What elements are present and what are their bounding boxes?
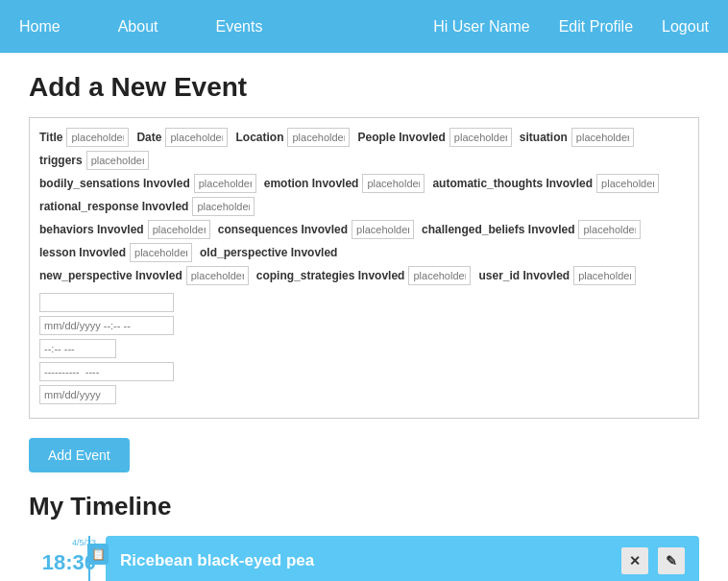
input-behaviors[interactable]: [148, 220, 210, 239]
input-date[interactable]: [165, 128, 228, 147]
label-location: Location: [235, 131, 283, 144]
field-challenged-beliefs: challenged_beliefs Invovled: [422, 220, 641, 239]
label-rational-response: rational_response Invovled: [39, 200, 188, 213]
nav-edit-profile[interactable]: Edit Profile: [559, 13, 633, 40]
field-old-perspective: old_perspective Invovled: [200, 246, 337, 259]
nav-logout[interactable]: Logout: [662, 13, 709, 40]
label-bodily: bodily_sensations Invovled: [39, 177, 190, 190]
input-coping[interactable]: [408, 266, 471, 285]
extra-input-dashes[interactable]: [39, 362, 174, 381]
timeline-title: My Timeline: [29, 492, 699, 521]
input-consequences[interactable]: [352, 220, 414, 239]
field-bodily: bodily_sensations Invovled: [39, 174, 256, 193]
label-emotion: emotion Invovled: [264, 177, 359, 190]
input-challenged-beliefs[interactable]: [578, 220, 641, 239]
extra-input-row-1: [39, 293, 689, 312]
field-coping: coping_strategies Invovled: [256, 266, 472, 285]
nav-username[interactable]: Hi User Name: [433, 13, 529, 40]
field-user-id: user_id Invovled: [478, 266, 636, 285]
extra-input-row-2: [39, 316, 689, 335]
label-title: Title: [39, 131, 62, 144]
label-date: Date: [136, 131, 161, 144]
event-card-1: Ricebean black-eyed pea ✕ ✎ Winter pursl…: [106, 536, 699, 581]
extra-input-1[interactable]: [39, 293, 174, 312]
label-coping: coping_strategies Invovled: [256, 269, 405, 282]
timeline: 4/5/23 18:30 📋 Ricebean black-eyed pea ✕…: [29, 536, 699, 581]
form-row-4: new_perspective Invovled coping_strategi…: [39, 266, 689, 285]
field-consequences: consequences Invovled: [218, 220, 414, 239]
timeline-item-1: 4/5/23 18:30 📋 Ricebean black-eyed pea ✕…: [106, 536, 699, 581]
event-form: Title Date Location People Invovled situ…: [29, 117, 699, 419]
clipboard-icon-1: 📋: [91, 547, 106, 561]
nav-about[interactable]: About: [118, 13, 158, 40]
extra-input-datetime[interactable]: [39, 316, 174, 335]
label-triggers: triggers: [39, 154, 83, 167]
field-emotion: emotion Invovled: [264, 174, 425, 193]
field-behaviors: behaviors Invovled: [39, 220, 210, 239]
field-auto-thoughts: automatic_thoughts Invovled: [432, 174, 659, 193]
navbar-right: Hi User Name Edit Profile Logout: [433, 13, 709, 40]
field-situation: situation: [520, 128, 634, 147]
timeline-dot-1: 📋: [87, 544, 109, 565]
form-row-1: Title Date Location People Invovled situ…: [39, 128, 689, 170]
label-challenged-beliefs: challenged_beliefs Invovled: [422, 223, 574, 236]
extra-input-row-3: [39, 339, 689, 358]
input-people[interactable]: [449, 128, 512, 147]
label-lesson: lesson Invovled: [39, 246, 126, 259]
extra-input-date2[interactable]: [39, 385, 116, 404]
form-row-3: behaviors Invovled consequences Invovled…: [39, 220, 689, 262]
extra-input-row-5: [39, 385, 689, 404]
field-date: Date: [136, 128, 228, 147]
field-rational-response: rational_response Invovled: [39, 197, 255, 216]
event-card-header-1: Ricebean black-eyed pea ✕ ✎: [120, 547, 685, 574]
label-old-perspective: old_perspective Invovled: [200, 246, 337, 259]
label-people: People Invovled: [357, 131, 445, 144]
input-situation[interactable]: [571, 128, 634, 147]
input-triggers[interactable]: [86, 151, 149, 170]
edit-event-1-button[interactable]: ✎: [658, 547, 685, 574]
input-user-id[interactable]: [573, 266, 636, 285]
delete-event-1-button[interactable]: ✕: [621, 547, 648, 574]
input-auto-thoughts[interactable]: [596, 174, 659, 193]
field-location: Location: [235, 128, 350, 147]
input-title[interactable]: [66, 128, 129, 147]
input-location[interactable]: [287, 128, 350, 147]
field-lesson: lesson Invovled: [39, 243, 192, 262]
label-behaviors: behaviors Invovled: [39, 223, 144, 236]
event-title-1: Ricebean black-eyed pea: [120, 551, 612, 570]
field-title: Title: [39, 128, 129, 147]
navbar-left: Home About Events: [19, 13, 433, 40]
input-rational-response[interactable]: [192, 197, 255, 216]
main-content: Add a New Event Title Date Location Peop…: [0, 53, 728, 581]
add-event-button[interactable]: Add Event: [29, 438, 130, 472]
extra-inputs: [39, 293, 689, 404]
extra-input-time[interactable]: [39, 339, 116, 358]
input-bodily[interactable]: [194, 174, 256, 193]
input-new-perspective[interactable]: [186, 266, 249, 285]
label-user-id: user_id Invovled: [478, 269, 570, 282]
page-title: Add a New Event: [29, 72, 699, 103]
nav-events[interactable]: Events: [216, 13, 263, 40]
nav-home[interactable]: Home: [19, 13, 61, 40]
label-new-perspective: new_perspective Invovled: [39, 269, 182, 282]
field-triggers: triggers: [39, 151, 149, 170]
input-lesson[interactable]: [130, 243, 192, 262]
extra-input-row-4: [39, 362, 689, 381]
field-people: People Invovled: [357, 128, 511, 147]
label-auto-thoughts: automatic_thoughts Invovled: [432, 177, 593, 190]
form-row-2: bodily_sensations Invovled emotion Invov…: [39, 174, 689, 216]
label-situation: situation: [520, 131, 568, 144]
navbar: Home About Events Hi User Name Edit Prof…: [0, 0, 728, 53]
label-consequences: consequences Invovled: [218, 223, 348, 236]
input-emotion[interactable]: [362, 174, 425, 193]
field-new-perspective: new_perspective Invovled: [39, 266, 249, 285]
